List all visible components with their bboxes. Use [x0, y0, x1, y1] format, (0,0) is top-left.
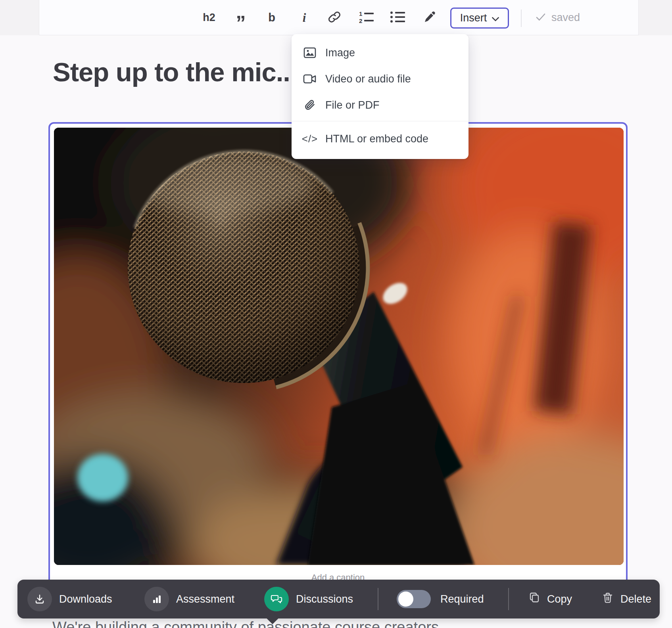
- menu-item-html-embed[interactable]: </> HTML or embed code: [292, 124, 468, 153]
- formatting-toolbar: h2 ” b i 1 2: [39, 0, 639, 35]
- menu-divider: [292, 121, 468, 121]
- bullet-list-button[interactable]: [387, 0, 409, 35]
- ordered-list-icon: 1 2: [359, 10, 374, 26]
- assessment-label: Assessment: [176, 593, 234, 605]
- lesson-body-text[interactable]: We're building a community of passionate…: [52, 619, 647, 628]
- save-status-label: saved: [551, 11, 580, 24]
- copy-icon: [529, 592, 540, 607]
- required-label: Required: [440, 593, 484, 605]
- bold-button[interactable]: b: [261, 0, 282, 35]
- menu-item-video-audio[interactable]: Video or audio file: [292, 66, 468, 92]
- copy-button[interactable]: Copy: [529, 580, 572, 618]
- toggle-knob: [398, 592, 413, 607]
- link-icon: [328, 10, 341, 25]
- chevron-down-icon: [492, 12, 499, 24]
- downloads-label: Downloads: [59, 593, 112, 605]
- toolbar-divider: [521, 10, 522, 27]
- bar-chart-icon: [144, 587, 169, 611]
- heading2-button[interactable]: h2: [197, 0, 221, 35]
- video-icon: [302, 74, 318, 84]
- image-icon: [302, 47, 318, 58]
- code-icon: </>: [302, 133, 318, 145]
- pencil-icon: [423, 10, 436, 25]
- course-editor-page: h2 ” b i 1 2: [0, 0, 672, 628]
- required-label-wrap: Required: [440, 580, 484, 618]
- italic-button[interactable]: i: [294, 0, 315, 35]
- svg-text:2: 2: [359, 17, 362, 24]
- menu-item-label: Image: [325, 47, 355, 59]
- delete-button[interactable]: Delete: [602, 580, 651, 618]
- bullet-list-icon: [390, 10, 406, 25]
- toolbar-divider: [508, 588, 509, 610]
- download-icon: [27, 587, 52, 611]
- copy-label: Copy: [547, 593, 572, 605]
- check-icon: [536, 11, 545, 24]
- trash-icon: [602, 592, 613, 607]
- menu-item-label: Video or audio file: [325, 73, 411, 85]
- insert-dropdown-menu: Image Video or audio file File or PDF </…: [292, 34, 468, 159]
- ordered-list-button[interactable]: 1 2: [355, 0, 378, 35]
- discussions-chat-icon: [264, 587, 289, 611]
- highlight-button[interactable]: [419, 0, 441, 35]
- microphone-photo: [54, 128, 624, 565]
- delete-label: Delete: [620, 593, 651, 605]
- insert-button[interactable]: Insert: [450, 8, 509, 29]
- selected-image-block[interactable]: [48, 122, 628, 588]
- toolbar-divider: [378, 588, 378, 610]
- downloads-button[interactable]: Downloads: [27, 580, 112, 618]
- assessment-button[interactable]: Assessment: [144, 580, 234, 618]
- top-strip: h2 ” b i 1 2: [0, 0, 672, 35]
- save-status: saved: [536, 0, 580, 35]
- paperclip-icon: [302, 99, 318, 111]
- insert-button-label: Insert: [460, 12, 487, 24]
- link-button[interactable]: [323, 0, 346, 35]
- menu-item-file-pdf[interactable]: File or PDF: [292, 92, 468, 118]
- blockquote-button[interactable]: ”: [230, 0, 252, 35]
- menu-item-image[interactable]: Image: [292, 40, 468, 66]
- required-toggle[interactable]: [397, 590, 431, 608]
- discussions-label: Discussions: [296, 593, 353, 605]
- svg-text:1: 1: [359, 10, 362, 17]
- discussions-button[interactable]: Discussions: [264, 580, 353, 618]
- menu-item-label: HTML or embed code: [325, 133, 428, 145]
- block-toolbar: Downloads Assessment Discussions: [17, 580, 660, 618]
- menu-item-label: File or PDF: [325, 99, 380, 111]
